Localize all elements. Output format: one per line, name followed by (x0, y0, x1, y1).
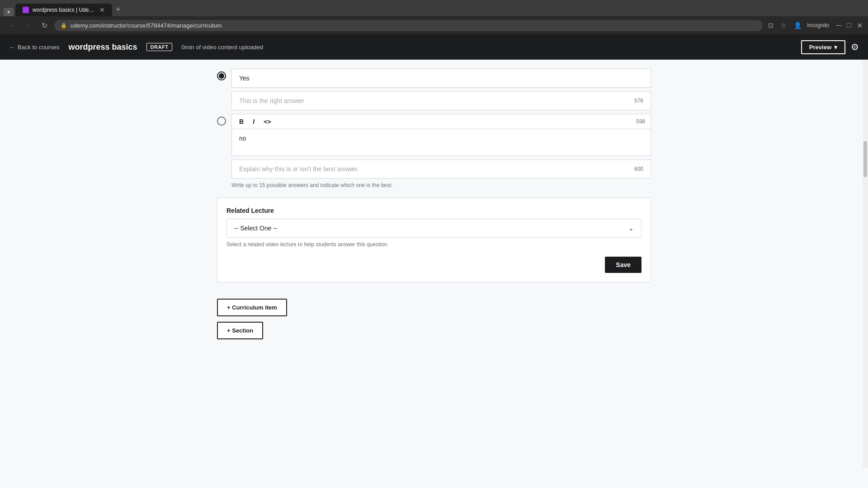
address-bar[interactable]: 🔒 udemy.com/instructor/course/5784474/ma… (54, 20, 763, 31)
profile-button[interactable]: 👤 (792, 20, 803, 31)
right-answer-char-count: 576 (634, 98, 643, 104)
select-one-placeholder: -- Select One -- (234, 225, 278, 232)
second-explanation-placeholder: Explain why this is or isn't the best an… (239, 165, 359, 173)
security-icon: 🔒 (61, 23, 67, 28)
settings-button[interactable]: ⚙ (851, 42, 859, 52)
answer-text-yes: Yes (231, 69, 651, 88)
second-explanation-char-count: 600 (634, 166, 643, 172)
yes-answer-value: Yes (239, 75, 250, 82)
editor-toolbar: B I <> 598 (231, 114, 651, 129)
tab-close-button[interactable]: ✕ (99, 6, 105, 14)
related-lecture-section: Related Lecture -- Select One -- ⌄ Selec… (226, 207, 642, 248)
bold-button[interactable]: B (237, 117, 245, 126)
second-answer-explanation[interactable]: Explain why this is or isn't the best an… (231, 160, 651, 178)
back-arrow-icon: ← (9, 44, 15, 51)
forward-nav-button[interactable]: → (22, 19, 34, 32)
minimize-button[interactable]: ─ (836, 21, 841, 29)
italic-button[interactable]: I (251, 117, 256, 126)
related-lecture-label: Related Lecture (226, 207, 642, 214)
add-section-button[interactable]: + Section (217, 322, 263, 339)
close-window-button[interactable]: ✕ (857, 21, 863, 30)
tab-favicon (23, 7, 29, 13)
preview-label: Preview (809, 44, 831, 51)
editor-char-count: 598 (636, 118, 645, 125)
right-answer-explanation[interactable]: This is the right answer 576 (231, 91, 651, 110)
answer-radio-1[interactable] (217, 71, 226, 80)
no-answer-value: no (239, 135, 246, 142)
scrollbar-track[interactable] (863, 60, 868, 468)
maximize-button[interactable]: □ (847, 21, 851, 29)
new-tab-button[interactable]: + (112, 3, 124, 16)
select-lecture-dropdown[interactable]: -- Select One -- ⌄ (226, 219, 642, 238)
back-nav-button[interactable]: ← (5, 19, 18, 32)
course-title: wordpress basics (69, 42, 137, 52)
tab-title: wordpress basics | Udemy (33, 7, 96, 13)
draft-badge: DRAFT (146, 43, 173, 51)
back-to-courses-label: Back to courses (18, 44, 60, 51)
preview-button[interactable]: Preview ▾ (801, 40, 845, 54)
bookmark-button[interactable]: ☆ (779, 20, 788, 31)
add-curriculum-item-button[interactable]: + Curriculum item (217, 299, 287, 316)
incognito-label: Incognito (807, 22, 829, 28)
dropdown-chevron-icon: ⌄ (628, 225, 634, 232)
code-button[interactable]: <> (262, 117, 273, 126)
answer-text-no[interactable]: no (231, 129, 651, 156)
cast-button[interactable]: ⊡ (766, 20, 775, 31)
answer-radio-2[interactable] (217, 117, 226, 126)
url-text: udemy.com/instructor/course/5784474/mana… (71, 22, 222, 29)
back-to-courses-link[interactable]: ← Back to courses (9, 44, 60, 51)
video-info: 0min of video content uploaded (181, 44, 263, 51)
save-button[interactable]: Save (605, 257, 642, 273)
scrollbar-thumb[interactable] (863, 141, 867, 177)
refresh-button[interactable]: ↻ (38, 19, 51, 32)
active-tab[interactable]: wordpress basics | Udemy ✕ (15, 4, 112, 16)
preview-dropdown-icon: ▾ (834, 44, 837, 51)
right-answer-explanation-placeholder: This is the right answer (239, 97, 304, 104)
answers-hint: Write up to 15 possible answers and indi… (231, 182, 651, 188)
select-hint: Select a related video lecture to help s… (226, 241, 642, 248)
tab-switcher[interactable]: ▼ (4, 8, 14, 16)
